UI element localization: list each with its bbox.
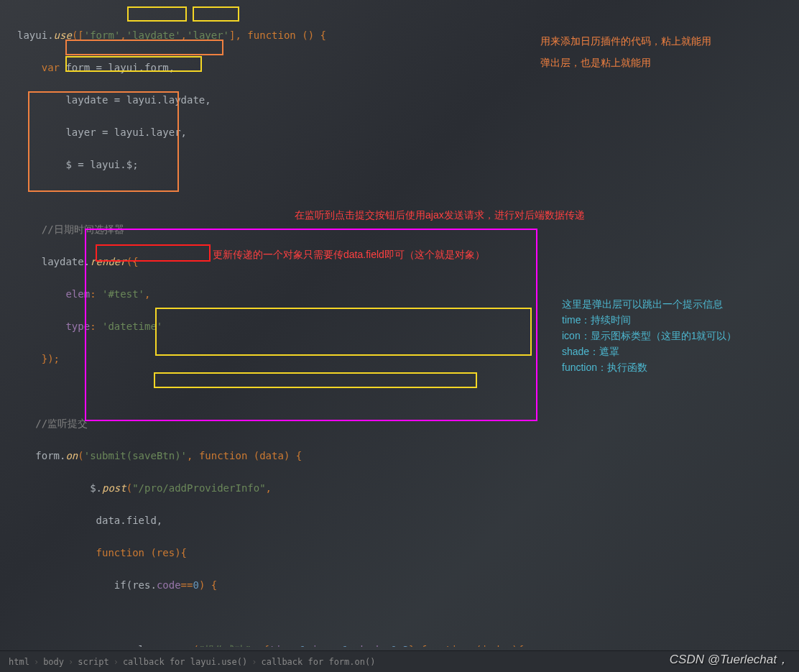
code-token: () { [296, 29, 326, 41]
code-token: data.field, [17, 515, 162, 526]
breadcrumb-item[interactable]: html [9, 657, 29, 667]
code-token: (res){ [144, 547, 187, 558]
code-token [17, 62, 42, 73]
chevron-right-icon: › [114, 657, 119, 667]
highlight-box-layer-str [193, 6, 239, 22]
code-token: }, [409, 644, 421, 648]
annotation-cyan-5: function：执行函数 [562, 359, 647, 375]
breadcrumb-item[interactable]: script [78, 657, 108, 667]
highlight-box-data-field [96, 244, 211, 262]
breadcrumb-item[interactable]: body [43, 657, 64, 667]
code-token: 0.3 [391, 644, 409, 648]
highlight-box-laydate-str [127, 6, 187, 22]
code-token: time [269, 644, 294, 648]
code-token: ], [229, 29, 247, 41]
chevron-right-icon: › [251, 657, 257, 667]
code-token: ( [126, 482, 132, 494]
code-token: post [102, 482, 126, 494]
code-token: on [65, 450, 78, 461]
annotation-cyan-2: time：持续时间 [562, 312, 631, 328]
annotation-red-2: 更新传递的一个对象只需要传data.field即可（这个就是对象） [213, 247, 485, 262]
code-token [17, 288, 65, 300]
code-token: , [266, 482, 272, 494]
code-token: icon [312, 644, 336, 648]
code-token: 'submit(saveBtn)' [84, 450, 187, 461]
code-token: function [199, 450, 247, 461]
highlight-box-laydate-assign [65, 40, 223, 55]
code-token: code [157, 579, 181, 591]
highlight-box-layer-assign [65, 56, 202, 72]
code-token [17, 321, 65, 332]
code-token: , { [251, 644, 269, 648]
watermark-text: CSDN @Tuerlechat， [670, 651, 789, 668]
code-token: var [42, 62, 60, 73]
code-token: }); [17, 353, 60, 364]
code-token: msg [175, 644, 193, 648]
code-token: : [336, 644, 342, 648]
code-token: layui. [17, 29, 54, 41]
code-token: $. [17, 482, 102, 494]
code-token: : [294, 644, 300, 648]
code-token: "操作成功" [199, 644, 251, 648]
code-token [17, 418, 35, 429]
annotation-cyan-3: icon：显示图标类型（这里的1就可以） [562, 328, 736, 344]
annotation-cyan-4: shade：遮罩 [562, 344, 619, 359]
highlight-box-success-msg [155, 308, 532, 356]
annotation-cyan-1: 这里是弹出层可以跳出一个提示信息 [562, 296, 723, 312]
code-token: == [181, 579, 193, 591]
annotation-orange-1: 用来添加日历插件的代码，粘上就能用 [540, 33, 711, 49]
code-token [17, 547, 96, 558]
code-token: (index){ [469, 644, 524, 648]
code-token: if(res. [17, 579, 157, 591]
code-token: function [247, 29, 295, 41]
code-token: ( [78, 450, 83, 461]
code-token: , [187, 450, 199, 461]
chevron-right-icon: › [34, 657, 39, 667]
annotation-orange-2: 弹出层，也是粘上就能用 [540, 55, 651, 70]
code-token: 0 [193, 579, 198, 591]
code-token: form. [17, 450, 65, 461]
code-token: laydate. [17, 256, 90, 267]
code-token: ( [193, 644, 198, 648]
breadcrumb-item[interactable]: callback for form.on() [262, 657, 376, 667]
code-token: function [96, 547, 144, 558]
code-token: (data) { [247, 450, 302, 461]
code-token: function [421, 644, 469, 648]
code-token: layer. [17, 644, 175, 648]
annotation-red-1: 在监听到点击提交按钮后使用ajax发送请求，进行对后端数据传递 [295, 207, 585, 223]
code-token: //监听提交 [35, 418, 88, 429]
highlight-box-fail-msg [154, 372, 477, 388]
code-token: : [384, 644, 390, 648]
code-token: "/pro/addProviderInfo" [132, 482, 265, 494]
code-token: , [348, 644, 354, 648]
highlight-box-laydate-render [28, 91, 179, 192]
breadcrumb-item[interactable]: callback for layui.use() [123, 657, 247, 667]
code-token: 1 [300, 644, 305, 648]
code-token: 1 [342, 644, 348, 648]
code-token [17, 224, 42, 235]
chevron-right-icon: › [68, 657, 73, 667]
code-token: ) { [199, 579, 217, 591]
code-token: , [306, 644, 312, 648]
code-token: shade [354, 644, 384, 648]
